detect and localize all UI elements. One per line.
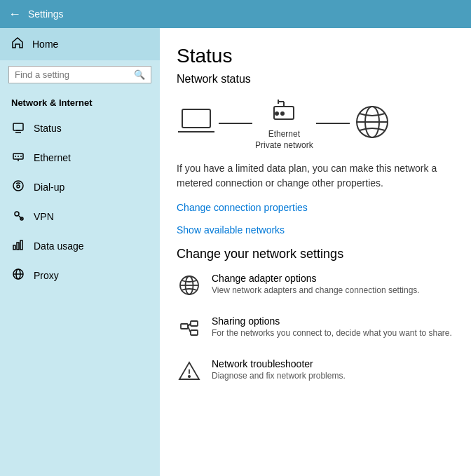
search-box[interactable]: 🔍	[8, 66, 151, 83]
svg-point-8	[13, 181, 23, 191]
adapter-icon	[177, 274, 202, 301]
content-area: Status Network status	[160, 28, 471, 476]
sidebar: Home 🔍 Network & Internet Status	[0, 28, 160, 476]
troubleshooter-desc: Diagnose and fix network problems.	[212, 371, 346, 381]
home-label: Home	[32, 39, 58, 50]
troubleshooter-title: Network troubleshooter	[212, 358, 346, 369]
vpn-icon	[11, 209, 25, 224]
sidebar-item-data-usage[interactable]: Data usage	[0, 231, 160, 261]
svg-rect-32	[191, 321, 198, 326]
svg-rect-33	[191, 330, 198, 335]
svg-rect-18	[182, 109, 210, 128]
adapter-options-title: Change adapter options	[212, 273, 420, 284]
svg-rect-0	[13, 123, 23, 130]
svg-point-23	[275, 112, 278, 115]
sidebar-item-home[interactable]: Home	[0, 28, 160, 60]
network-status-title: Network status	[177, 73, 454, 86]
status-label: Status	[34, 123, 62, 134]
sharing-options-desc: For the networks you connect to, decide …	[212, 328, 452, 338]
back-button[interactable]: ←	[8, 7, 21, 22]
svg-point-10	[15, 212, 19, 216]
sidebar-item-vpn[interactable]: VPN	[0, 202, 160, 231]
change-section-title: Change your network settings	[177, 247, 454, 261]
main-layout: Home 🔍 Network & Internet Status	[0, 28, 471, 476]
sidebar-section-title: Network & Internet	[0, 89, 160, 114]
network-line-2	[316, 123, 350, 124]
sharing-options-title: Sharing options	[212, 315, 452, 327]
svg-line-35	[188, 327, 191, 333]
laptop-icon	[177, 105, 216, 142]
search-icon: 🔍	[134, 69, 145, 80]
home-icon	[11, 36, 24, 52]
sharing-options-item[interactable]: Sharing options For the networks you con…	[177, 315, 454, 344]
ethernet-label-diagram: Ethernet	[268, 129, 300, 139]
troubleshooter-text: Network troubleshooter Diagnose and fix …	[212, 358, 346, 381]
network-type-label: Private network	[255, 140, 313, 150]
sidebar-item-ethernet[interactable]: Ethernet	[0, 143, 160, 172]
page-title: Status	[177, 45, 454, 67]
network-diagram: Ethernet Private network	[177, 97, 454, 150]
adapter-options-item[interactable]: Change adapter options View network adap…	[177, 273, 454, 301]
sidebar-item-dialup[interactable]: Dial-up	[0, 172, 160, 202]
search-input[interactable]	[15, 69, 134, 80]
ethernet-icon	[11, 150, 25, 165]
proxy-icon	[11, 268, 25, 283]
show-networks-link[interactable]: Show available networks	[177, 224, 285, 236]
info-text: If you have a limited data plan, you can…	[177, 161, 454, 191]
troubleshooter-item[interactable]: Network troubleshooter Diagnose and fix …	[177, 358, 454, 387]
sidebar-item-status[interactable]: Status	[0, 114, 160, 143]
svg-point-9	[17, 185, 20, 188]
app-title: Settings	[28, 8, 64, 20]
svg-point-38	[189, 376, 190, 377]
troubleshooter-icon	[177, 360, 202, 387]
adapter-options-desc: View network adapters and change connect…	[212, 285, 420, 295]
ethernet-label: Ethernet	[34, 152, 71, 163]
svg-rect-14	[20, 240, 22, 250]
sharing-icon	[177, 317, 202, 344]
change-connection-link[interactable]: Change connection properties	[177, 202, 308, 213]
data-usage-icon	[11, 238, 25, 254]
svg-rect-13	[17, 243, 19, 250]
vpn-label: VPN	[34, 211, 54, 222]
proxy-label: Proxy	[34, 270, 59, 281]
router-section: Ethernet Private network	[255, 97, 313, 150]
svg-rect-31	[181, 324, 188, 329]
data-usage-label: Data usage	[34, 240, 84, 252]
dialup-icon	[11, 179, 25, 195]
adapter-options-text: Change adapter options View network adap…	[212, 273, 420, 295]
status-icon	[11, 121, 25, 136]
network-line-1	[219, 123, 252, 124]
svg-point-24	[281, 112, 284, 115]
globe-icon	[353, 102, 392, 144]
sharing-options-text: Sharing options For the networks you con…	[212, 315, 452, 338]
dialup-label: Dial-up	[34, 182, 64, 193]
top-bar: ← Settings	[0, 0, 471, 28]
sidebar-item-proxy[interactable]: Proxy	[0, 261, 160, 290]
svg-rect-12	[13, 245, 15, 250]
